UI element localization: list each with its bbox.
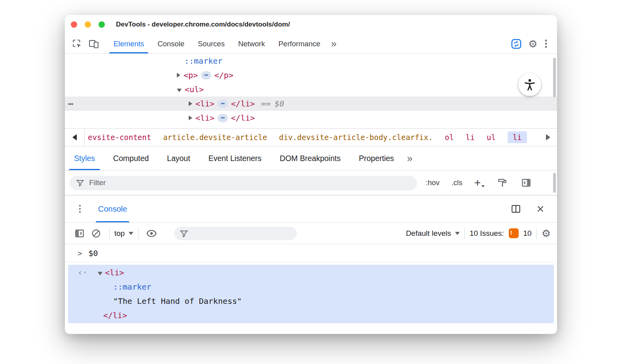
tab-styles[interactable]: Styles (65, 146, 104, 170)
tag-close[interactable]: </li> (103, 311, 127, 320)
breadcrumb-item-ol[interactable]: ol (445, 133, 454, 142)
minimize-window-button[interactable] (85, 21, 91, 28)
expand-arrow-icon[interactable] (177, 73, 180, 78)
tab-layout[interactable]: Layout (158, 146, 199, 170)
tab-console[interactable]: Console (151, 34, 191, 53)
breadcrumb-item-article[interactable]: article.devsite-article (163, 133, 267, 142)
clear-console-icon[interactable] (88, 228, 104, 239)
node-ellipsis-button[interactable]: ⋯ (201, 71, 211, 80)
zoom-window-button[interactable] (99, 21, 105, 28)
tab-elements[interactable]: Elements (107, 34, 151, 53)
tree-node-li[interactable]: <li> ⋯ </li> (65, 111, 557, 125)
expand-arrow-icon[interactable] (189, 116, 192, 120)
tab-properties-label: Properties (359, 154, 394, 163)
inspect-icon[interactable] (69, 34, 85, 53)
breadcrumb-item-ul[interactable]: ul (487, 133, 496, 142)
console-returned-value: ‹· <li> ::marker "The Left Hand of Darkn… (68, 265, 554, 323)
tree-node-marker[interactable]: ::marker (65, 54, 557, 68)
tab-event-listeners[interactable]: Event Listeners (199, 146, 271, 170)
log-levels-dropdown[interactable]: Default levels (406, 229, 460, 238)
tag-open[interactable]: <li> (195, 113, 214, 123)
dock-sidebar-icon[interactable] (520, 178, 532, 188)
panel-tabs: Elements Console Sources Network Perform… (107, 34, 327, 53)
tab-performance[interactable]: Performance (272, 34, 327, 53)
window-controls (71, 21, 105, 28)
tab-dom-breakpoints[interactable]: DOM Breakpoints (271, 146, 350, 170)
selected-node-hint: ==$0 (261, 99, 284, 108)
style-filter-text-field[interactable] (89, 178, 411, 187)
console-drawer-header: Console (65, 195, 557, 223)
tab-sources[interactable]: Sources (191, 34, 231, 53)
sync-icon[interactable] (508, 34, 525, 53)
result-node-li-close[interactable]: </li> (68, 308, 554, 322)
context-selector-dropdown[interactable]: top (114, 229, 133, 238)
console-settings-gear-icon[interactable]: ⚙ (542, 228, 551, 239)
result-node-li-open[interactable]: ‹· <li> (68, 265, 554, 280)
pseudo-marker-node[interactable]: ::marker (113, 282, 151, 292)
titlebar: DevTools - developer.chrome.com/docs/dev… (65, 15, 557, 34)
tree-node-ul[interactable]: <ul> (65, 82, 557, 97)
more-panels-icon[interactable]: » (327, 34, 341, 53)
collapse-arrow-icon[interactable] (177, 89, 182, 92)
new-style-rule-button[interactable]: + (474, 177, 485, 188)
breadcrumb-item-li[interactable]: li (466, 133, 475, 142)
tree-node-li-selected[interactable]: ⋯ <li> ⋯ </li> ==$0 (65, 97, 557, 111)
pseudo-marker-node[interactable]: ::marker (184, 56, 222, 66)
breadcrumb-item-div[interactable]: div.devsite-article-body.clearfix. (279, 133, 433, 142)
tab-elements-label: Elements (114, 40, 144, 48)
eye-icon[interactable] (143, 228, 160, 239)
console-kebab-menu-icon[interactable] (75, 195, 85, 222)
breadcrumb-item-li-selected[interactable]: li (508, 131, 527, 143)
issue-badge-icon: ! (509, 228, 519, 238)
close-icon[interactable] (534, 205, 547, 213)
tag-close[interactable]: </li> (231, 99, 255, 108)
tab-network[interactable]: Network (231, 34, 272, 53)
settings-gear-icon[interactable]: ⚙ (525, 34, 541, 53)
filter-funnel-icon (76, 178, 84, 187)
expand-arrow-icon[interactable] (189, 101, 192, 106)
node-ellipsis-button[interactable]: ⋯ (218, 114, 228, 122)
tab-performance-label: Performance (279, 40, 320, 48)
tab-console-label: Console (157, 40, 184, 48)
accessibility-icon[interactable] (518, 73, 541, 96)
result-text-node[interactable]: "The Left Hand of Darkness" (68, 294, 554, 308)
node-more-actions-button[interactable]: ⋯ (68, 99, 74, 109)
close-window-button[interactable] (71, 21, 77, 28)
breadcrumb: evsite-content article.devsite-article d… (85, 129, 527, 146)
console-sidebar-icon[interactable] (71, 228, 88, 239)
elements-scrollbar[interactable] (553, 58, 556, 97)
tab-computed[interactable]: Computed (104, 146, 158, 170)
tag-open[interactable]: <li> (195, 99, 214, 108)
class-toggle-button[interactable]: .cls (451, 178, 462, 187)
styles-toolbar-controls: :hov .cls + (426, 177, 532, 188)
tab-properties[interactable]: Properties (350, 146, 403, 170)
breadcrumb-next-icon[interactable] (539, 129, 557, 146)
filter-funnel-icon (180, 229, 188, 238)
tag-open[interactable]: <p> (184, 70, 198, 80)
tag-close[interactable]: </p> (214, 70, 233, 80)
paint-roller-icon[interactable] (497, 178, 508, 188)
divider (138, 228, 138, 239)
styles-filter-row: :hov .cls + (65, 171, 557, 195)
tree-node-p[interactable]: <p> ⋯ </p> (65, 68, 557, 82)
split-panel-icon[interactable] (510, 204, 522, 214)
console-toolbar: top Default levels 10 Issues: ! 10 ⚙ (65, 223, 557, 244)
style-filter-input[interactable] (70, 176, 417, 190)
tag-open[interactable]: <ul> (185, 85, 204, 94)
pseudo-state-button[interactable]: :hov (426, 178, 440, 187)
result-node-marker[interactable]: ::marker (68, 280, 554, 294)
collapse-arrow-icon[interactable] (98, 272, 102, 275)
tag-open[interactable]: <li> (105, 268, 124, 277)
issues-counter[interactable]: 10 Issues: ! 10 (470, 228, 532, 238)
breadcrumb-prev-icon[interactable] (65, 129, 85, 146)
kebab-menu-icon[interactable] (541, 34, 551, 53)
device-toolbar-icon[interactable] (85, 34, 102, 53)
styles-scrollbar[interactable] (553, 173, 556, 193)
tab-console-drawer[interactable]: Console (96, 195, 129, 222)
tag-close[interactable]: </li> (231, 113, 255, 123)
tab-network-label: Network (238, 40, 265, 48)
breadcrumb-item-devsite-content[interactable]: evsite-content (88, 133, 151, 142)
node-ellipsis-button[interactable]: ⋯ (218, 100, 228, 108)
more-style-tabs-icon[interactable]: » (403, 146, 417, 170)
console-filter-input[interactable] (174, 227, 297, 240)
